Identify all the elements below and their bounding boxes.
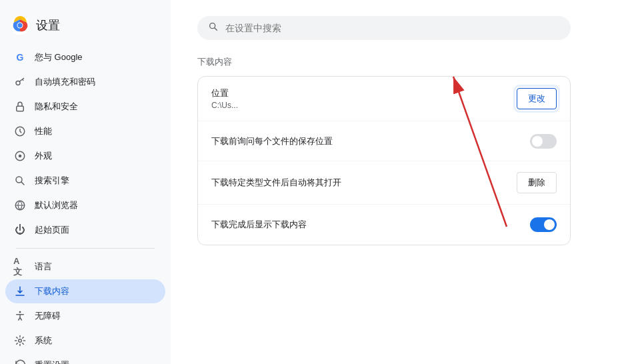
search-bar <box>197 16 571 40</box>
sidebar-item-label: 搜索引擎 <box>35 175 69 187</box>
appearance-icon <box>13 149 27 163</box>
sidebar-item-label: 无障碍 <box>35 310 61 322</box>
location-sublabel: C:\Us... <box>211 101 238 110</box>
sidebar-item-appearance[interactable]: 外观 <box>5 144 165 168</box>
sidebar-item-language[interactable]: A文 语言 <box>5 255 165 279</box>
sidebar-item-label: 隐私和安全 <box>35 101 78 113</box>
sidebar-item-downloads[interactable]: 下载内容 <box>5 279 165 303</box>
sidebar: 设置 G 您与 Google 自动填充和密码 隐私和安全 性能 <box>0 0 171 364</box>
sidebar-item-search[interactable]: 搜索引擎 <box>5 169 165 193</box>
sidebar-item-label: 自动填充和密码 <box>35 76 95 88</box>
delete-button[interactable]: 删除 <box>517 172 557 193</box>
svg-rect-6 <box>17 106 24 111</box>
sidebar-title: 设置 <box>36 17 60 33</box>
show-downloads-toggle-knob <box>544 219 555 230</box>
performance-icon <box>13 125 27 138</box>
sidebar-item-label: 起始页面 <box>35 224 69 236</box>
svg-point-15 <box>19 311 21 313</box>
sidebar-item-label: 系统 <box>35 335 52 347</box>
google-icon: G <box>13 51 27 64</box>
sidebar-item-startup[interactable]: ⏻ 起始页面 <box>5 218 165 242</box>
lock-icon <box>13 100 27 113</box>
sidebar-item-reset[interactable]: 重置设置 <box>5 353 165 364</box>
startup-icon: ⏻ <box>13 223 27 237</box>
reset-icon <box>13 359 27 364</box>
accessibility-icon <box>13 309 27 323</box>
ask-location-toggle[interactable] <box>530 134 557 149</box>
location-row: 位置 C:\Us... 更改 <box>198 77 570 121</box>
show-downloads-row: 下载完成后显示下载内容 <box>198 205 570 245</box>
sidebar-item-label: 您与 Google <box>35 51 83 63</box>
show-downloads-label: 下载完成后显示下载内容 <box>211 219 530 231</box>
settings-card: 位置 C:\Us... 更改 下载前询问每个文件的保存位置 下载特定类型文件后自… <box>197 76 571 245</box>
auto-open-row: 下载特定类型文件后自动将其打开 删除 <box>198 161 570 205</box>
sidebar-item-default-browser[interactable]: 默认浏览器 <box>5 193 165 217</box>
sidebar-item-privacy[interactable]: 隐私和安全 <box>5 95 165 119</box>
location-label: 位置 <box>211 87 238 99</box>
sidebar-item-label: 重置设置 <box>35 359 69 364</box>
search-input[interactable] <box>225 23 560 33</box>
sidebar-item-google[interactable]: G 您与 Google <box>5 45 165 69</box>
download-icon <box>13 285 27 298</box>
search-bar-icon <box>208 21 219 35</box>
svg-point-9 <box>19 155 22 158</box>
sidebar-nav: G 您与 Google 自动填充和密码 隐私和安全 性能 <box>0 45 171 364</box>
ask-location-toggle-knob <box>532 136 543 147</box>
system-icon <box>13 334 27 347</box>
location-row-left: 位置 C:\Us... <box>211 87 238 110</box>
svg-point-3 <box>16 81 20 85</box>
svg-point-2 <box>18 23 23 28</box>
sidebar-item-label: 外观 <box>35 150 52 162</box>
svg-line-21 <box>215 28 217 31</box>
sidebar-item-label: 下载内容 <box>35 285 69 297</box>
section-title: 下载内容 <box>197 56 613 68</box>
key-icon <box>13 75 27 89</box>
sidebar-item-autofill[interactable]: 自动填充和密码 <box>5 70 165 94</box>
language-icon: A文 <box>13 260 27 273</box>
ask-location-label: 下载前询问每个文件的保存位置 <box>211 135 530 147</box>
ask-location-row: 下载前询问每个文件的保存位置 <box>198 121 570 161</box>
ask-location-toggle-slider <box>530 134 557 149</box>
sidebar-item-label: 性能 <box>35 125 52 137</box>
browser-icon <box>13 199 27 212</box>
svg-line-11 <box>21 182 24 185</box>
change-button[interactable]: 更改 <box>517 88 557 109</box>
sidebar-header: 设置 <box>0 11 171 45</box>
svg-point-16 <box>19 339 22 343</box>
sidebar-item-label: 语言 <box>35 261 52 273</box>
auto-open-label: 下载特定类型文件后自动将其打开 <box>211 177 517 189</box>
show-downloads-toggle-slider <box>530 217 557 232</box>
sidebar-item-accessibility[interactable]: 无障碍 <box>5 304 165 328</box>
sidebar-item-label: 默认浏览器 <box>35 199 78 211</box>
chrome-logo-icon <box>11 16 29 35</box>
nav-divider <box>16 248 155 249</box>
sidebar-item-performance[interactable]: 性能 <box>5 119 165 143</box>
search-icon <box>13 174 27 187</box>
svg-line-5 <box>23 79 24 81</box>
show-downloads-toggle[interactable] <box>530 217 557 232</box>
sidebar-item-system[interactable]: 系统 <box>5 329 165 353</box>
main-content: 下载内容 位置 C:\Us... 更改 下载前询问每个文件的保存位置 下载特定类… <box>171 0 640 364</box>
